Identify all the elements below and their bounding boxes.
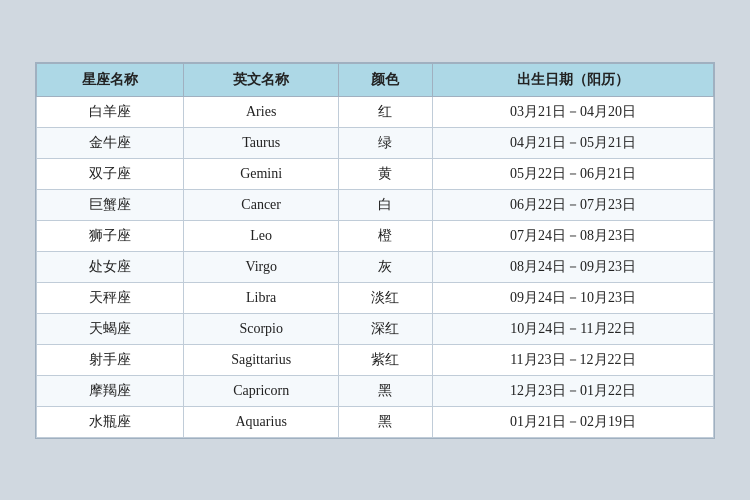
table-cell-10-0: 水瓶座: [37, 406, 184, 437]
table-header-1: 英文名称: [184, 63, 339, 96]
table-cell-2-2: 黄: [339, 158, 433, 189]
table-cell-2-3: 05月22日－06月21日: [432, 158, 713, 189]
table-cell-3-1: Cancer: [184, 189, 339, 220]
table-cell-4-1: Leo: [184, 220, 339, 251]
table-row: 金牛座Taurus绿04月21日－05月21日: [37, 127, 714, 158]
table-cell-6-0: 天秤座: [37, 282, 184, 313]
table-cell-6-1: Libra: [184, 282, 339, 313]
table-cell-7-0: 天蝎座: [37, 313, 184, 344]
table-row: 天蝎座Scorpio深红10月24日－11月22日: [37, 313, 714, 344]
table-cell-8-2: 紫红: [339, 344, 433, 375]
table-cell-8-0: 射手座: [37, 344, 184, 375]
table-cell-4-2: 橙: [339, 220, 433, 251]
table-cell-2-1: Gemini: [184, 158, 339, 189]
table-row: 处女座Virgo灰08月24日－09月23日: [37, 251, 714, 282]
table-row: 天秤座Libra淡红09月24日－10月23日: [37, 282, 714, 313]
table-row: 水瓶座Aquarius黑01月21日－02月19日: [37, 406, 714, 437]
table-cell-7-1: Scorpio: [184, 313, 339, 344]
table-cell-9-1: Capricorn: [184, 375, 339, 406]
table-header-row: 星座名称英文名称颜色出生日期（阳历）: [37, 63, 714, 96]
table-cell-10-1: Aquarius: [184, 406, 339, 437]
table-body: 白羊座Aries红03月21日－04月20日金牛座Taurus绿04月21日－0…: [37, 96, 714, 437]
table-cell-9-2: 黑: [339, 375, 433, 406]
table-cell-4-3: 07月24日－08月23日: [432, 220, 713, 251]
table-cell-6-2: 淡红: [339, 282, 433, 313]
table-cell-1-2: 绿: [339, 127, 433, 158]
table-cell-7-3: 10月24日－11月22日: [432, 313, 713, 344]
zodiac-table: 星座名称英文名称颜色出生日期（阳历） 白羊座Aries红03月21日－04月20…: [36, 63, 714, 438]
table-cell-3-0: 巨蟹座: [37, 189, 184, 220]
table-cell-2-0: 双子座: [37, 158, 184, 189]
table-cell-0-0: 白羊座: [37, 96, 184, 127]
table-row: 白羊座Aries红03月21日－04月20日: [37, 96, 714, 127]
table-row: 摩羯座Capricorn黑12月23日－01月22日: [37, 375, 714, 406]
table-row: 狮子座Leo橙07月24日－08月23日: [37, 220, 714, 251]
table-cell-7-2: 深红: [339, 313, 433, 344]
table-row: 双子座Gemini黄05月22日－06月21日: [37, 158, 714, 189]
table-cell-3-3: 06月22日－07月23日: [432, 189, 713, 220]
table-row: 射手座Sagittarius紫红11月23日－12月22日: [37, 344, 714, 375]
table-cell-0-3: 03月21日－04月20日: [432, 96, 713, 127]
table-cell-5-3: 08月24日－09月23日: [432, 251, 713, 282]
table-cell-5-2: 灰: [339, 251, 433, 282]
table-cell-4-0: 狮子座: [37, 220, 184, 251]
table-cell-5-0: 处女座: [37, 251, 184, 282]
table-cell-5-1: Virgo: [184, 251, 339, 282]
table-header-2: 颜色: [339, 63, 433, 96]
table-cell-1-0: 金牛座: [37, 127, 184, 158]
table-cell-8-1: Sagittarius: [184, 344, 339, 375]
table-cell-0-2: 红: [339, 96, 433, 127]
table-cell-8-3: 11月23日－12月22日: [432, 344, 713, 375]
table-cell-9-0: 摩羯座: [37, 375, 184, 406]
table-header-3: 出生日期（阳历）: [432, 63, 713, 96]
table-header-0: 星座名称: [37, 63, 184, 96]
table-cell-6-3: 09月24日－10月23日: [432, 282, 713, 313]
table-cell-10-3: 01月21日－02月19日: [432, 406, 713, 437]
zodiac-table-container: 星座名称英文名称颜色出生日期（阳历） 白羊座Aries红03月21日－04月20…: [35, 62, 715, 439]
table-row: 巨蟹座Cancer白06月22日－07月23日: [37, 189, 714, 220]
table-cell-1-3: 04月21日－05月21日: [432, 127, 713, 158]
table-cell-3-2: 白: [339, 189, 433, 220]
table-cell-0-1: Aries: [184, 96, 339, 127]
table-cell-9-3: 12月23日－01月22日: [432, 375, 713, 406]
table-cell-1-1: Taurus: [184, 127, 339, 158]
table-cell-10-2: 黑: [339, 406, 433, 437]
